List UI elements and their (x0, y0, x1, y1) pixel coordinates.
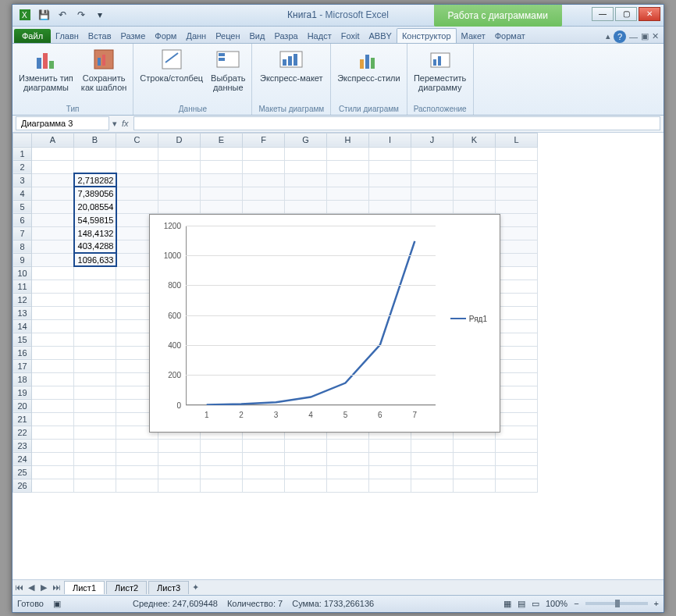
cell-D26[interactable] (158, 479, 201, 492)
doc-restore-icon[interactable]: ▣ (641, 31, 649, 41)
cell-E5[interactable] (201, 200, 243, 213)
quick-layout-button[interactable]: Экспресс-макет (260, 47, 323, 83)
cell-I2[interactable] (369, 160, 411, 173)
fx-icon[interactable]: fx (117, 119, 133, 128)
cell-L3[interactable] (496, 173, 538, 187)
tab-addins[interactable]: Надст (303, 29, 336, 43)
row-header-5[interactable]: 5 (13, 200, 32, 213)
cell-K4[interactable] (454, 187, 496, 200)
tab-foxit[interactable]: Foxit (336, 29, 365, 43)
cell-B9[interactable]: 1096,633 (74, 253, 116, 266)
cell-B20[interactable] (74, 399, 116, 412)
save-as-template-button[interactable]: Сохранить как шаблон (81, 47, 127, 92)
cell-C5[interactable] (116, 200, 158, 213)
cell-F25[interactable] (243, 465, 285, 479)
cell-A22[interactable] (32, 426, 74, 439)
cell-D24[interactable] (158, 452, 201, 465)
cell-I24[interactable] (369, 452, 411, 465)
view-page-layout-icon[interactable]: ▤ (518, 599, 525, 609)
cell-G2[interactable] (285, 160, 327, 173)
cell-I4[interactable] (369, 187, 411, 200)
row-header-10[interactable]: 10 (13, 266, 32, 280)
cell-D1[interactable] (158, 147, 201, 160)
cell-D2[interactable] (158, 160, 201, 173)
row-header-14[interactable]: 14 (13, 319, 32, 333)
cell-A6[interactable] (32, 213, 74, 226)
cell-J5[interactable] (411, 200, 454, 213)
cell-L20[interactable] (496, 399, 538, 412)
row-header-15[interactable]: 15 (13, 333, 32, 346)
cell-F3[interactable] (243, 173, 285, 187)
cell-L24[interactable] (496, 452, 538, 465)
cell-C1[interactable] (116, 147, 158, 160)
cell-G3[interactable] (285, 173, 327, 187)
qat-more-icon[interactable]: ▾ (92, 7, 108, 23)
change-chart-type-button[interactable]: Изменить тип диаграммы (19, 47, 73, 92)
tab-chart-design[interactable]: Конструктор (397, 28, 457, 43)
cell-C26[interactable] (116, 479, 158, 492)
row-header-21[interactable]: 21 (13, 412, 32, 426)
cell-K3[interactable] (454, 173, 496, 187)
cell-L23[interactable] (496, 439, 538, 452)
cell-B26[interactable] (74, 479, 116, 492)
cell-B22[interactable] (74, 426, 116, 439)
tab-formulas[interactable]: Форм (150, 29, 181, 43)
column-header-G[interactable]: G (285, 133, 327, 147)
cell-B12[interactable] (74, 293, 116, 306)
tab-insert[interactable]: Встав (84, 29, 116, 43)
tab-view[interactable]: Вид (245, 29, 270, 43)
cell-B23[interactable] (74, 439, 116, 452)
cell-B14[interactable] (74, 319, 116, 333)
row-header-25[interactable]: 25 (13, 465, 32, 479)
cell-H24[interactable] (327, 452, 369, 465)
cell-F1[interactable] (243, 147, 285, 160)
cell-A1[interactable] (32, 147, 74, 160)
redo-icon[interactable]: ↷ (73, 7, 89, 23)
tab-file[interactable]: Файл (14, 29, 51, 43)
cell-L22[interactable] (496, 426, 538, 439)
move-chart-button[interactable]: Переместить диаграмму (414, 47, 466, 92)
cell-I5[interactable] (369, 200, 411, 213)
column-header-B[interactable]: B (74, 133, 116, 147)
cell-I25[interactable] (369, 465, 411, 479)
cell-L1[interactable] (496, 147, 538, 160)
column-header-F[interactable]: F (243, 133, 285, 147)
cell-A10[interactable] (32, 266, 74, 280)
sheet-tab-1[interactable]: Лист1 (64, 581, 105, 594)
cell-B4[interactable]: 7,389056 (74, 187, 116, 200)
cell-L7[interactable] (496, 226, 538, 240)
cell-B21[interactable] (74, 412, 116, 426)
view-normal-icon[interactable]: ▦ (503, 599, 511, 609)
cell-B15[interactable] (74, 333, 116, 346)
cell-A15[interactable] (32, 333, 74, 346)
cell-J25[interactable] (411, 465, 454, 479)
excel-icon[interactable]: X (17, 7, 33, 23)
cell-A23[interactable] (32, 439, 74, 452)
cell-F26[interactable] (243, 479, 285, 492)
cell-J4[interactable] (411, 187, 454, 200)
cell-D5[interactable] (158, 200, 201, 213)
cell-A3[interactable] (32, 173, 74, 187)
worksheet-grid[interactable]: ABCDEFGHIJKL1232,71828247,389056520,0855… (12, 133, 664, 579)
row-header-11[interactable]: 11 (13, 280, 32, 293)
cell-K1[interactable] (454, 147, 496, 160)
cell-C24[interactable] (116, 452, 158, 465)
cell-B5[interactable]: 20,08554 (74, 200, 116, 213)
cell-E4[interactable] (201, 187, 243, 200)
cell-A21[interactable] (32, 412, 74, 426)
row-header-16[interactable]: 16 (13, 346, 32, 359)
cell-C3[interactable] (116, 173, 158, 187)
cell-K5[interactable] (454, 200, 496, 213)
zoom-percent[interactable]: 100% (546, 599, 567, 608)
cell-A17[interactable] (32, 359, 74, 372)
close-button[interactable]: ✕ (639, 7, 660, 21)
cell-A5[interactable] (32, 200, 74, 213)
cell-E24[interactable] (201, 452, 243, 465)
cell-K2[interactable] (454, 160, 496, 173)
cell-A2[interactable] (32, 160, 74, 173)
cell-B8[interactable]: 403,4288 (74, 240, 116, 253)
cell-L18[interactable] (496, 372, 538, 386)
tab-data[interactable]: Данн (181, 29, 211, 43)
column-header-E[interactable]: E (201, 133, 243, 147)
cell-L10[interactable] (496, 266, 538, 280)
